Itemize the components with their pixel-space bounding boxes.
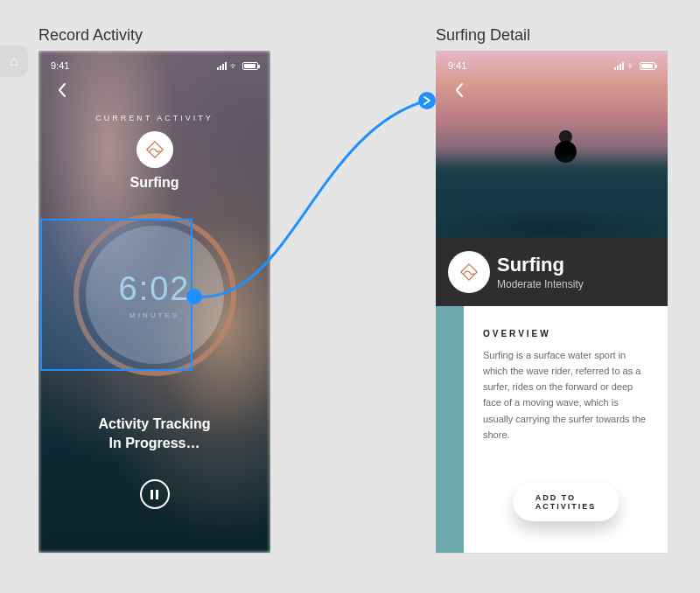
record-activity-screen: 9:41 ᯤ CURRENT ACTIVITY Surfing 6:02 MIN… [38,51,270,553]
chevron-right-icon [424,97,430,104]
surfing-detail-screen: 9:41 ᯤ Surfing Moderate Intensity OVERVI… [436,51,668,553]
surfing-icon [145,140,164,159]
timer-dial[interactable]: 6:02 MINUTES [74,213,236,376]
activity-icon-badge [136,131,173,168]
chevron-left-icon [455,83,464,97]
status-time: 9:41 [51,60,69,71]
activity-icon-badge [448,251,490,293]
screen-label-record: Record Activity [38,26,143,45]
status-bar: 9:41 ᯤ [436,58,668,73]
timer-face: 6:02 MINUTES [86,226,224,364]
status-bar: 9:41 ᯤ [38,58,270,73]
hero-image [436,51,668,238]
tracking-status: Activity Tracking In Progress… [38,415,270,452]
signal-icon [217,62,227,70]
screen-label-detail: Surfing Detail [436,26,530,45]
pause-icon [150,490,153,499]
tracking-line2: In Progress… [108,436,200,450]
timer-value: 6:02 [119,270,191,308]
home-tab[interactable]: ⌂ [0,45,28,77]
activity-subtitle: Moderate Intensity [497,278,584,290]
accent-bar [436,306,464,553]
activity-header: Surfing Moderate Intensity [436,238,668,306]
pause-button[interactable] [140,479,170,509]
battery-icon [242,62,258,70]
signal-icon [614,62,624,70]
wifi-icon: ᯤ [230,61,239,71]
wifi-icon: ᯤ [627,61,636,71]
current-activity-heading: CURRENT ACTIVITY [38,114,270,122]
chevron-left-icon [58,83,66,97]
activity-title: Surfing [497,254,584,276]
overview-section: OVERVIEW Surfing is a surface water spor… [464,306,668,553]
home-icon: ⌂ [10,53,18,69]
back-button[interactable] [52,80,72,100]
overview-heading: OVERVIEW [483,329,648,338]
status-time: 9:41 [448,60,466,71]
surfing-icon [459,262,479,282]
add-to-activities-button[interactable]: ADD TO ACTIVITIES [513,483,620,521]
battery-icon [640,62,655,70]
timer-unit: MINUTES [130,311,179,319]
hero-wave [436,152,668,238]
back-button[interactable] [450,80,469,100]
tracking-line1: Activity Tracking [98,416,210,431]
activity-name: Surfing [38,175,270,191]
connector-end-circle [418,92,436,109]
overview-body: Surfing is a surface water sport in whic… [483,347,648,443]
